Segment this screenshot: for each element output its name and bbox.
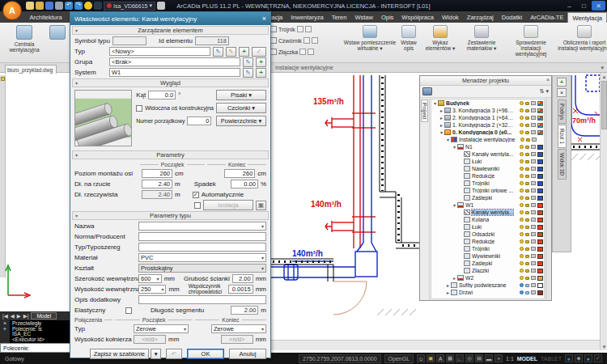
tab-zarządzaj[interactable]: Zarządzaj (463, 12, 498, 23)
tree-item[interactable]: ▸Drzwi (431, 289, 544, 296)
fonts-button[interactable]: Czcionki ▾ (216, 103, 266, 113)
tree-item[interactable]: Nawiewniki (431, 165, 544, 172)
printer-icon[interactable] (531, 188, 536, 193)
option-box-icon[interactable] (305, 26, 312, 32)
settings-gear-icon[interactable]: ● (565, 354, 573, 362)
lock-icon[interactable] (525, 160, 529, 163)
scroll-down-icon[interactable]: ▼ (601, 343, 607, 350)
visibility-bulb-icon[interactable] (520, 123, 524, 127)
color-swatch[interactable] (537, 290, 543, 295)
ok-status-icon[interactable]: ✓ (594, 354, 602, 362)
material-combo[interactable]: PVC▾ (138, 253, 266, 262)
printer-icon[interactable] (531, 210, 536, 214)
segment-length-input[interactable]: 2.00 (231, 306, 258, 315)
visibility-bulb-icon[interactable] (520, 290, 524, 294)
ribbon-button-czwórnik[interactable]: Czwórnik (269, 35, 343, 46)
color-swatch[interactable] (537, 167, 543, 171)
printer-icon[interactable] (531, 247, 536, 251)
lock-icon[interactable] (525, 153, 529, 156)
tree-item[interactable]: Trójniki (431, 180, 544, 187)
option-box-icon[interactable] (308, 49, 314, 55)
tree-expander-icon[interactable]: ▾ (452, 144, 457, 150)
crosshair-icon[interactable]: + (495, 354, 503, 362)
ortho-icon[interactable]: ∟ (456, 354, 464, 362)
docked-toolbar-strip[interactable] (0, 75, 6, 277)
palette-icon[interactable] (537, 123, 543, 128)
opengl-badge[interactable]: OpenGL (384, 354, 414, 363)
printer-icon[interactable] (531, 159, 536, 163)
dialog-title-bar[interactable]: Właściwości elementu: Kanał wentylacyjny… (70, 12, 270, 25)
lock-icon[interactable] (525, 218, 529, 222)
visibility-bulb-icon[interactable] (520, 196, 524, 200)
palette-icon[interactable] (537, 108, 543, 113)
visibility-bulb-icon[interactable] (520, 181, 524, 185)
printer-icon[interactable] (531, 174, 536, 178)
filter-icon[interactable] (422, 87, 432, 95)
group-input[interactable]: <Brak> (109, 57, 240, 66)
color-swatch[interactable] (537, 232, 543, 237)
printer-icon[interactable] (531, 276, 536, 280)
printer-icon[interactable] (531, 232, 536, 236)
tree-item[interactable]: ▾N1 (431, 143, 544, 150)
tree-item[interactable]: Zaślepki (431, 194, 544, 201)
visibility-bulb-icon[interactable] (520, 254, 524, 258)
tree-expander-icon[interactable]: ▾ (432, 100, 438, 106)
lock-icon[interactable] (525, 277, 529, 280)
drawing-file-tab[interactable]: biuro_przyklad.dwg (5, 65, 57, 74)
minimize-button[interactable]: – (562, 1, 576, 11)
last-tab-icon[interactable]: ▶| (23, 313, 29, 320)
lock-icon[interactable] (525, 255, 529, 258)
undo-button[interactable]: ↶ (166, 349, 182, 359)
tab-teren[interactable]: Teren (328, 12, 351, 23)
lock-icon[interactable] (525, 116, 529, 120)
vertical-scrollbar[interactable]: ▲ ▼ (600, 73, 607, 350)
color-swatch[interactable] (537, 276, 543, 281)
printer-icon[interactable] (531, 145, 536, 149)
tree-item[interactable]: Redukcje (431, 238, 544, 245)
tree-item[interactable]: Kanały wentyla... (431, 150, 544, 158)
lineweight-icon[interactable]: ▬ (485, 354, 493, 362)
plan-length-input[interactable]: 2.40 (142, 180, 172, 188)
printer-icon[interactable] (531, 254, 536, 258)
system-add-button[interactable]: + (256, 68, 266, 78)
tree-expander-icon[interactable]: ▸ (439, 122, 444, 128)
tree-item[interactable]: ▾Instalacje wentylacyjne (431, 136, 544, 143)
close-button[interactable]: ✕ (592, 1, 605, 11)
ribbon-button-material-list[interactable]: Zestawienie materiałów ▾ (460, 23, 503, 63)
redo-icon[interactable]: ↷ (74, 2, 83, 10)
visibility-bulb-icon[interactable] (520, 167, 524, 171)
central-unit-button[interactable]: Centrala wentylacyjna (2, 23, 47, 62)
printer-icon[interactable] (531, 269, 536, 273)
arcadia-logo-icon[interactable]: A (2, 1, 22, 20)
pens-button[interactable]: Pisaki ▾ (216, 90, 266, 100)
type-pick-icon[interactable]: ✎ (213, 47, 223, 57)
tab-model[interactable]: Model (31, 312, 57, 320)
level-end-input[interactable]: 260 (224, 169, 255, 178)
layers-icon[interactable]: ▤ (475, 354, 483, 362)
monitor-icon[interactable] (94, 2, 102, 10)
text-style-icon[interactable]: A (436, 354, 444, 362)
lock-icon[interactable] (525, 131, 529, 134)
view-tab-podrys[interactable]: Podrys (558, 99, 567, 124)
flow-rate-label[interactable]: 135m³/h (313, 97, 344, 106)
axis-visible-checkbox[interactable] (136, 105, 142, 112)
share-icon[interactable]: ◆ (575, 354, 583, 362)
tree-item[interactable]: Trójniki orłowe ... (431, 187, 544, 194)
section-parameters[interactable]: ▾Parametry (72, 150, 269, 159)
flexible-checkbox[interactable] (125, 307, 132, 314)
lock-icon[interactable] (525, 226, 529, 229)
visibility-bulb-icon[interactable] (520, 218, 524, 222)
save-template-button[interactable]: Zapisz w szablonie (90, 349, 149, 359)
type-apply-button[interactable]: ✓ (252, 47, 266, 57)
project-manager-title[interactable]: Menadżer projektu × (420, 76, 551, 86)
printer-icon[interactable] (531, 196, 536, 200)
tab-dodatki[interactable]: Dodatki (498, 12, 526, 23)
panel-close-icon[interactable]: × (546, 77, 550, 83)
extra-description-input[interactable] (138, 295, 266, 304)
printer-icon[interactable] (531, 108, 536, 112)
lock-icon[interactable] (525, 269, 529, 273)
tree-item[interactable]: ▾W1 (431, 201, 544, 209)
tree-expander-icon[interactable]: ▾ (452, 202, 457, 208)
tab-widok[interactable]: Widok (438, 12, 463, 23)
palette-icon[interactable] (537, 101, 543, 106)
